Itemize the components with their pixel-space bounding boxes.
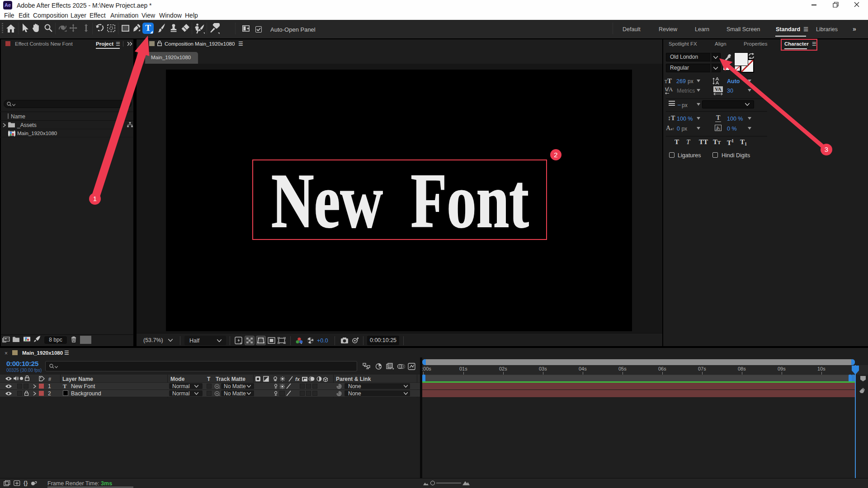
svg-text:fx: fx (295, 376, 300, 382)
